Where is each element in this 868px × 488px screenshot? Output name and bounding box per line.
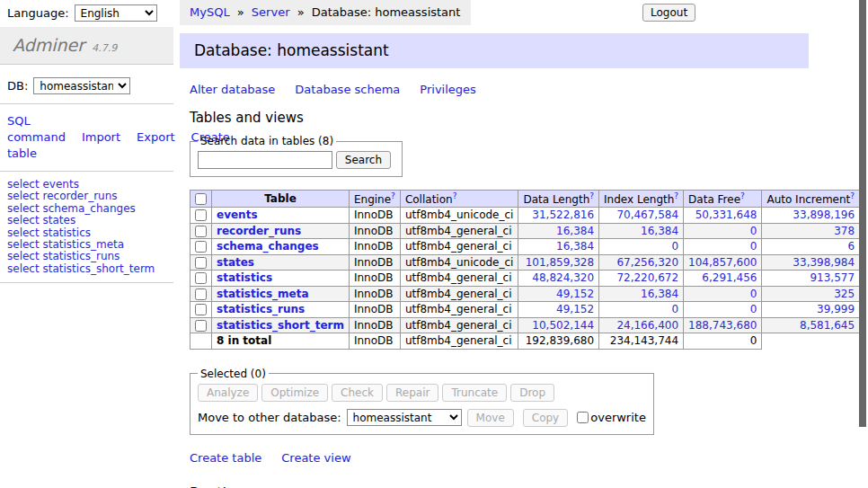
move-database-select[interactable]: homeassistant: [347, 409, 462, 426]
row-checkbox[interactable]: [195, 304, 207, 315]
table-select-link[interactable]: select: [7, 226, 40, 239]
help-icon[interactable]: ?: [740, 191, 745, 200]
table-name-link[interactable]: states: [217, 256, 254, 269]
table-name-link[interactable]: recorder_runs: [217, 225, 301, 237]
table-name-link[interactable]: statistics_meta: [217, 288, 309, 300]
table-name-link[interactable]: events: [217, 209, 258, 221]
auto-increment-link[interactable]: 8,581,645: [800, 319, 855, 332]
auto-increment-link[interactable]: 913,577: [810, 271, 855, 284]
help-icon[interactable]: ?: [850, 191, 855, 200]
auto-increment-link[interactable]: 378: [834, 225, 855, 237]
link-alter-database[interactable]: Alter database: [190, 83, 275, 96]
data-length-link[interactable]: 48,824,320: [532, 271, 594, 284]
auto-increment-link[interactable]: 33,898,196: [793, 209, 855, 221]
table-name-link[interactable]: schema_changes: [42, 202, 135, 215]
sidebar-link-import[interactable]: Import: [82, 130, 120, 144]
data-length-link[interactable]: 31,522,816: [532, 209, 594, 221]
data-length-link[interactable]: 10,502,144: [532, 319, 594, 332]
row-checkbox[interactable]: [195, 320, 207, 332]
truncate-button[interactable]: Truncate: [442, 384, 507, 402]
index-length-link[interactable]: 0: [671, 240, 678, 253]
table-name-link[interactable]: statistics_short_term: [42, 262, 155, 275]
check-button[interactable]: Check: [332, 384, 383, 402]
table-name-link[interactable]: statistics: [42, 226, 91, 239]
data-length-link[interactable]: 16,384: [556, 225, 594, 237]
row-checkbox[interactable]: [195, 257, 207, 269]
table-name-link[interactable]: statistics_runs: [42, 250, 120, 262]
row-checkbox[interactable]: [195, 272, 207, 284]
row-checkbox[interactable]: [195, 241, 207, 253]
index-length-link[interactable]: 24,166,400: [616, 319, 678, 332]
index-length-link[interactable]: 67,256,320: [616, 256, 678, 269]
repair-button[interactable]: Repair: [386, 384, 438, 402]
link-database-schema[interactable]: Database schema: [295, 83, 400, 96]
table-select-link[interactable]: select: [7, 202, 40, 215]
data-free-link[interactable]: 6,291,456: [702, 271, 757, 284]
overwrite-checkbox[interactable]: [577, 412, 589, 423]
breadcrumb-link[interactable]: Server: [252, 5, 290, 19]
row-checkbox[interactable]: [195, 209, 207, 221]
table-name-link[interactable]: schema_changes: [217, 240, 319, 253]
analyze-button[interactable]: Analyze: [198, 384, 258, 402]
search-input[interactable]: [198, 151, 332, 169]
data-length-link[interactable]: 101,859,328: [526, 256, 594, 269]
table-select-link[interactable]: select: [7, 262, 40, 275]
table-name-link[interactable]: states: [42, 214, 75, 226]
index-length-link[interactable]: 16,384: [641, 288, 678, 300]
data-length-link[interactable]: 49,152: [556, 288, 594, 300]
scrollbar-thumb[interactable]: [859, 0, 866, 427]
row-checkbox[interactable]: [195, 288, 207, 300]
table-name-link[interactable]: statistics_short_term: [217, 319, 344, 332]
table-name-link[interactable]: statistics: [217, 271, 272, 284]
app-name[interactable]: Adminer: [13, 35, 84, 55]
data-free-link[interactable]: 0: [750, 288, 757, 300]
data-free-link[interactable]: 0: [750, 225, 757, 237]
link-privileges[interactable]: Privileges: [420, 83, 476, 96]
select-all-checkbox[interactable]: [195, 193, 207, 205]
auto-increment-link[interactable]: 33,398,984: [793, 256, 855, 269]
data-free-link[interactable]: 0: [750, 303, 757, 315]
help-icon[interactable]: ?: [453, 191, 457, 200]
auto-increment-link[interactable]: 6: [847, 240, 855, 253]
auto-increment-link[interactable]: 325: [834, 288, 855, 300]
index-length-link[interactable]: 0: [671, 303, 678, 315]
logout-button[interactable]: Logout: [642, 4, 695, 22]
copy-button[interactable]: Copy: [523, 409, 568, 427]
scrollbar-track[interactable]: [859, 0, 868, 488]
sidebar-link-export[interactable]: Export: [137, 130, 175, 144]
table-select-link[interactable]: select: [7, 190, 40, 202]
link-create-view[interactable]: Create view: [281, 451, 350, 465]
search-button[interactable]: Search: [336, 151, 391, 169]
data-length-link[interactable]: 16,384: [556, 240, 594, 253]
help-icon[interactable]: ?: [391, 191, 395, 200]
help-icon[interactable]: ?: [589, 191, 594, 200]
data-length-link[interactable]: 49,152: [556, 303, 594, 315]
auto-increment-link[interactable]: 39,999: [817, 303, 855, 315]
table-name-link[interactable]: recorder_runs: [42, 190, 117, 202]
table-select-link[interactable]: select: [7, 178, 40, 191]
table-name-link[interactable]: statistics_meta: [42, 238, 124, 251]
sidebar-link-sql-command[interactable]: SQL command: [7, 114, 66, 144]
index-length-link[interactable]: 72,220,672: [616, 271, 678, 284]
data-free-link[interactable]: 50,331,648: [695, 209, 757, 221]
index-length-link[interactable]: 70,467,584: [616, 209, 678, 221]
move-button[interactable]: Move: [467, 409, 514, 427]
table-select-link[interactable]: select: [7, 250, 40, 262]
engine-cell: InnoDB: [349, 208, 400, 224]
data-free-link[interactable]: 104,857,600: [688, 256, 757, 269]
table-select-link[interactable]: select: [7, 214, 40, 226]
help-icon[interactable]: ?: [674, 191, 678, 200]
db-select[interactable]: homeassistant: [33, 77, 130, 94]
language-select[interactable]: English: [75, 4, 157, 22]
data-free-link[interactable]: 188,743,680: [688, 319, 757, 332]
row-checkbox[interactable]: [195, 226, 207, 237]
data-free-link[interactable]: 0: [750, 240, 757, 253]
index-length-link[interactable]: 16,384: [641, 225, 678, 237]
table-name-link[interactable]: statistics_runs: [217, 303, 305, 315]
breadcrumb-link[interactable]: MySQL: [190, 5, 230, 19]
link-create-table[interactable]: Create table: [190, 451, 261, 465]
optimize-button[interactable]: Optimize: [261, 384, 328, 402]
drop-button[interactable]: Drop: [510, 384, 554, 402]
table-select-link[interactable]: select: [7, 238, 40, 251]
table-name-link[interactable]: events: [42, 178, 78, 191]
